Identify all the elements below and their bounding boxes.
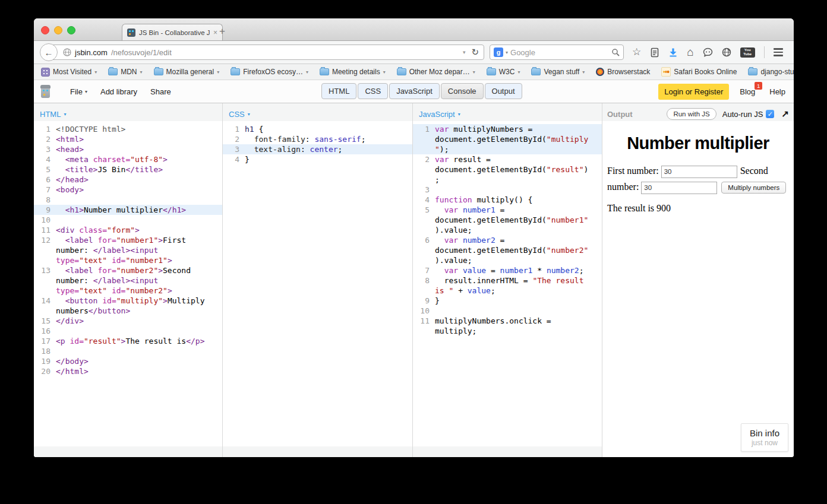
help-link[interactable]: Help: [769, 87, 785, 96]
code-line[interactable]: 15</div>: [34, 316, 222, 326]
code-line[interactable]: 1h1 {: [223, 124, 412, 134]
code-line[interactable]: 20</html>: [34, 366, 222, 376]
code-text: <button id="multiply">Multiply numbers</…: [56, 296, 210, 316]
search-engine-dropdown-icon[interactable]: ▾: [506, 50, 508, 55]
css-panel-header[interactable]: CSS▾: [223, 103, 412, 121]
bin-info-notification[interactable]: Bin info just now: [741, 423, 788, 452]
code-line[interactable]: 19</body>: [34, 356, 222, 366]
code-line[interactable]: 2var result = document.getElementById("r…: [413, 154, 602, 185]
code-line[interactable]: 1<!DOCTYPE html>: [34, 124, 222, 134]
bookmarks-panel-icon[interactable]: [650, 47, 659, 58]
code-text: function multiply() {: [435, 195, 589, 205]
popout-arrow-icon[interactable]: ↗: [781, 109, 789, 119]
hello-chat-icon[interactable]: [703, 47, 713, 57]
html-panel: HTML▾ 1<!DOCTYPE html>2<html>3<head>4 <m…: [34, 103, 223, 457]
bookmark-item[interactable]: W3C▾: [487, 68, 520, 76]
url-dropdown-icon[interactable]: ▾: [463, 49, 466, 55]
zoom-window-button[interactable]: [67, 26, 75, 34]
code-line[interactable]: 10: [34, 215, 222, 225]
reload-icon[interactable]: ↻: [471, 47, 479, 58]
search-engine-icon[interactable]: g: [494, 47, 503, 57]
youtube-icon[interactable]: YouTube: [740, 47, 755, 58]
first-number-input[interactable]: [661, 166, 737, 178]
code-line[interactable]: 16: [34, 326, 222, 336]
code-text: var value = number1 * number2;: [435, 265, 589, 275]
html-panel-header[interactable]: HTML▾: [34, 103, 222, 121]
bookmark-item[interactable]: Meeting details▾: [320, 68, 386, 76]
minimize-window-button[interactable]: [54, 26, 62, 34]
code-line[interactable]: 7 var value = number1 * number2;: [413, 265, 602, 275]
panel-toggle-css[interactable]: CSS: [358, 83, 388, 99]
code-line[interactable]: 7<body>: [34, 185, 222, 195]
run-with-js-button[interactable]: Run with JS: [667, 108, 716, 120]
code-line[interactable]: 4 <meta charset="utf-8">: [34, 154, 222, 164]
bookmark-item[interactable]: django-stuff▾: [748, 68, 794, 76]
panel-toggle-console[interactable]: Console: [441, 83, 484, 99]
autorun-checkbox[interactable]: ✓: [766, 110, 774, 118]
second-number-input[interactable]: [641, 182, 717, 194]
code-line[interactable]: 14 <button id="multiply">Multiply number…: [34, 296, 222, 316]
browser-window: JS Bin - Collaborative Java… × + ← jsbin…: [34, 18, 794, 457]
code-line[interactable]: 5 <title>JS Bin</title>: [34, 164, 222, 175]
code-line[interactable]: 3 text-align: center;: [223, 144, 412, 154]
file-menu[interactable]: File▾: [70, 87, 87, 96]
code-line[interactable]: 5 var number1 = document.getElementById(…: [413, 205, 602, 235]
bookmark-item[interactable]: Safari Books Online: [661, 67, 737, 77]
add-library-menu[interactable]: Add library: [100, 87, 137, 96]
downloads-icon[interactable]: [668, 47, 678, 57]
javascript-editor[interactable]: 1var multiplyNumbers = document.getEleme…: [413, 121, 602, 336]
bookmark-item[interactable]: FirefoxOS ecosy…▾: [231, 68, 308, 76]
code-line[interactable]: 6</head>: [34, 175, 222, 185]
bookmark-item[interactable]: Vegan stuff▾: [531, 68, 585, 76]
code-line[interactable]: 13 <label for="number2">Second number: <…: [34, 265, 222, 296]
code-line[interactable]: 9 <h1>Number multiplier</h1>: [34, 205, 222, 215]
code-line[interactable]: 4}: [223, 154, 412, 164]
multiply-numbers-button[interactable]: Multiply numbers: [721, 182, 786, 194]
panel-toggle-javascript[interactable]: JavaScript: [389, 83, 440, 99]
jsbin-logo-icon[interactable]: [40, 85, 51, 98]
bookmark-item[interactable]: Most Visited▾: [41, 68, 97, 77]
search-magnifier-icon[interactable]: [611, 48, 620, 56]
bookmark-item[interactable]: MDN▾: [108, 68, 142, 76]
css-editor[interactable]: 1h1 {2 font-family: sans-serif;3 text-al…: [223, 121, 412, 164]
code-line[interactable]: 10: [413, 306, 602, 316]
dropdown-caret-icon: ▾: [517, 69, 520, 75]
code-line[interactable]: 3<head>: [34, 144, 222, 154]
menu-hamburger-icon[interactable]: [774, 48, 783, 56]
javascript-panel-header[interactable]: JavaScript▾: [413, 103, 602, 121]
code-line[interactable]: 8 result.innerHTML = "The result is " + …: [413, 275, 602, 296]
new-tab-button[interactable]: +: [219, 26, 225, 37]
search-bar[interactable]: g ▾: [490, 45, 624, 60]
code-line[interactable]: 8: [34, 195, 222, 205]
code-line[interactable]: 9}: [413, 296, 602, 306]
close-window-button[interactable]: [41, 26, 49, 34]
blog-link[interactable]: Blog1: [740, 87, 759, 96]
code-line[interactable]: 4function multiply() {: [413, 195, 602, 205]
code-line[interactable]: 12 <label for="number1">First number: </…: [34, 235, 222, 265]
bookmark-item[interactable]: Mozilla general▾: [154, 68, 220, 76]
panel-toggle-output[interactable]: Output: [485, 83, 522, 99]
share-menu[interactable]: Share: [150, 87, 171, 96]
code-line[interactable]: 18: [34, 346, 222, 356]
bookmark-item[interactable]: Browserstack: [596, 68, 650, 76]
bookmark-item[interactable]: Other Moz depar…▾: [397, 68, 475, 76]
back-button[interactable]: ←: [40, 43, 58, 61]
code-line[interactable]: 17<p id="result">The result is</p>: [34, 336, 222, 346]
code-line[interactable]: 3: [413, 185, 602, 195]
browser-tab[interactable]: JS Bin - Collaborative Java… ×: [122, 24, 223, 40]
code-line[interactable]: 2<html>: [34, 134, 222, 144]
login-register-button[interactable]: Login or Register: [658, 84, 729, 100]
code-line[interactable]: 1var multiplyNumbers = document.getEleme…: [413, 124, 602, 154]
web-developer-globe-icon[interactable]: [722, 47, 731, 57]
url-bar[interactable]: jsbin.com/nefosuvoje/1/edit ▾ ↻: [49, 45, 484, 60]
panel-toggle-html[interactable]: HTML: [321, 83, 356, 99]
html-editor[interactable]: 1<!DOCTYPE html>2<html>3<head>4 <meta ch…: [34, 121, 222, 376]
search-input[interactable]: [510, 48, 609, 57]
code-line[interactable]: 2 font-family: sans-serif;: [223, 134, 412, 144]
code-line[interactable]: 11multiplyNumbers.onclick = multiply;: [413, 316, 602, 336]
code-line[interactable]: 11<div class="form">: [34, 225, 222, 235]
bookmark-star-icon[interactable]: ☆: [632, 47, 641, 58]
tab-close-icon[interactable]: ×: [213, 28, 217, 37]
home-icon[interactable]: ⌂: [687, 47, 693, 58]
code-line[interactable]: 6 var number2 = document.getElementById(…: [413, 235, 602, 265]
